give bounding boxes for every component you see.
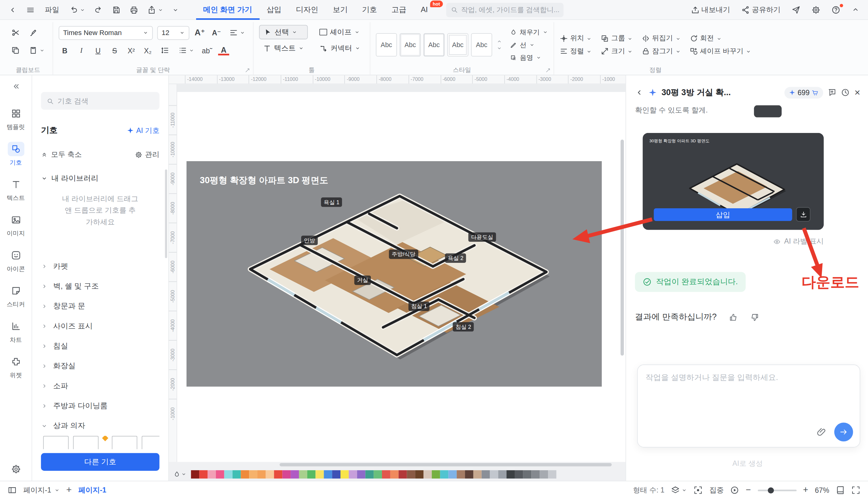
- fill-button[interactable]: 채우기: [510, 27, 548, 38]
- color-swatch[interactable]: [540, 470, 548, 478]
- color-swatch[interactable]: [274, 470, 283, 478]
- credits-badge[interactable]: 699: [784, 87, 823, 99]
- zoom-out-button[interactable]: −: [746, 485, 751, 495]
- thumbs-up-icon[interactable]: [729, 313, 738, 322]
- rail-item-widgets[interactable]: 위젯: [1, 349, 31, 384]
- zoom-level[interactable]: 67%: [815, 486, 829, 494]
- symbols-scrollbar[interactable]: [165, 170, 167, 258]
- color-swatch[interactable]: [316, 470, 324, 478]
- color-swatch[interactable]: [357, 470, 365, 478]
- help-button[interactable]: [829, 3, 843, 16]
- share-button[interactable]: 공유하기: [739, 2, 783, 17]
- symbol-thumb-diamond[interactable]: [102, 436, 108, 441]
- expand-font-dialog-icon[interactable]: [245, 68, 250, 73]
- symbol-category[interactable]: 소파: [41, 376, 159, 396]
- shortcuts-icon[interactable]: [836, 486, 845, 495]
- collapse-all-button[interactable]: 모두 축소: [41, 149, 82, 159]
- strikethrough-button[interactable]: S: [109, 46, 121, 54]
- focus-label[interactable]: 집중: [709, 485, 724, 495]
- tab-main-home[interactable]: 메인 화면 가기: [196, 0, 260, 20]
- more-tools-button[interactable]: [170, 4, 182, 15]
- prompt-input-card[interactable]: [637, 365, 860, 448]
- focus-frame-icon[interactable]: [694, 486, 703, 495]
- style-scroll-down-icon[interactable]: [497, 46, 502, 51]
- manage-libraries-button[interactable]: 관리: [135, 149, 160, 159]
- page-selector[interactable]: 페이지-1: [23, 485, 60, 495]
- color-swatch[interactable]: [365, 470, 374, 478]
- thumbs-down-icon[interactable]: [750, 313, 759, 322]
- color-swatch[interactable]: [532, 470, 540, 478]
- align-objects-button[interactable]: 정렬: [560, 47, 592, 56]
- color-swatch[interactable]: [349, 470, 357, 478]
- color-swatch[interactable]: [473, 470, 482, 478]
- symbol-search-input[interactable]: [58, 97, 154, 105]
- export-button[interactable]: 내보내기: [688, 2, 733, 17]
- zoom-slider[interactable]: [758, 489, 796, 491]
- color-swatch[interactable]: [241, 470, 249, 478]
- my-library-group[interactable]: 내 라이브러리: [41, 173, 159, 183]
- save-button[interactable]: [109, 3, 123, 16]
- symbol-category-expanded[interactable]: 상과 의자: [41, 416, 159, 436]
- superscript-button[interactable]: X²: [125, 46, 137, 54]
- copy-button[interactable]: [9, 44, 22, 57]
- color-swatch[interactable]: [523, 470, 532, 478]
- italic-button[interactable]: I: [75, 46, 87, 55]
- symbol-category[interactable]: 카펫: [41, 256, 159, 276]
- cut-button[interactable]: [9, 27, 22, 39]
- highlight-button[interactable]: ab˜: [201, 46, 213, 54]
- color-swatch[interactable]: [340, 470, 349, 478]
- lock-button[interactable]: 잠그기: [642, 47, 681, 56]
- send-button[interactable]: [834, 423, 853, 441]
- file-menu[interactable]: 파일: [41, 2, 63, 17]
- line-spacing-button[interactable]: [158, 44, 172, 57]
- settings-button[interactable]: [809, 3, 823, 16]
- global-search[interactable]: [446, 2, 563, 17]
- style-preset-1[interactable]: Abc: [376, 33, 397, 57]
- position-button[interactable]: 위치: [560, 34, 592, 43]
- color-swatch[interactable]: [382, 470, 390, 478]
- group-button[interactable]: 그룹: [601, 34, 633, 43]
- more-symbols-button[interactable]: 다른 기호: [41, 453, 159, 471]
- color-swatch[interactable]: [307, 470, 316, 478]
- align-button[interactable]: [227, 27, 248, 39]
- send-feedback-button[interactable]: [789, 3, 803, 16]
- shape-tool-button[interactable]: 셰이프: [316, 25, 364, 39]
- download-button[interactable]: [796, 207, 810, 221]
- tab-design[interactable]: 디자인: [289, 0, 325, 20]
- color-swatch[interactable]: [423, 470, 432, 478]
- drawing-canvas[interactable]: 30평형 확장형 아파트 3D 평면도 욕실 1 안방 주방/식당 다용도실 욕…: [177, 84, 625, 462]
- floorplan-image[interactable]: 30평형 확장형 아파트 3D 평면도 욕실 1 안방 주방/식당 다용도실 욕…: [186, 161, 602, 387]
- collapse-ribbon-button[interactable]: [848, 3, 863, 16]
- decrease-font-button[interactable]: A⁻: [210, 28, 222, 37]
- main-menu-button[interactable]: [23, 3, 37, 16]
- color-swatch[interactable]: [290, 470, 299, 478]
- symbol-category[interactable]: 주방과 다이닝룸: [41, 396, 159, 416]
- color-swatch[interactable]: [324, 470, 332, 478]
- ai-label-toggle[interactable]: AI 라벨 표시: [643, 236, 824, 246]
- font-size-select[interactable]: 12: [157, 26, 189, 40]
- underline-button[interactable]: U: [92, 46, 104, 54]
- fullscreen-icon[interactable]: [851, 486, 860, 495]
- color-swatch[interactable]: [415, 470, 423, 478]
- color-swatch[interactable]: [399, 470, 407, 478]
- size-button[interactable]: 크기: [601, 47, 633, 56]
- theme-color-button[interactable]: [173, 471, 186, 478]
- color-swatch[interactable]: [490, 470, 498, 478]
- feedback-icon[interactable]: [828, 88, 837, 97]
- style-scroll-up-icon[interactable]: [497, 39, 502, 44]
- tab-insert[interactable]: 삽입: [259, 0, 289, 20]
- back-icon[interactable]: [635, 88, 644, 97]
- horizontal-scrollbar[interactable]: [177, 462, 625, 467]
- global-search-input[interactable]: [461, 6, 559, 14]
- redo-button[interactable]: [91, 3, 106, 16]
- color-swatch[interactable]: [266, 470, 274, 478]
- quick-export-button[interactable]: [144, 3, 166, 16]
- style-preset-3[interactable]: Abc: [423, 33, 445, 57]
- font-color-button[interactable]: A: [218, 46, 230, 56]
- color-swatch[interactable]: [457, 470, 465, 478]
- symbol-category[interactable]: 창문과 문: [41, 296, 159, 316]
- color-swatch[interactable]: [507, 470, 515, 478]
- vertical-scrollbar[interactable]: [620, 139, 624, 355]
- style-preset-4[interactable]: Abc: [447, 33, 468, 57]
- color-swatch[interactable]: [282, 470, 290, 478]
